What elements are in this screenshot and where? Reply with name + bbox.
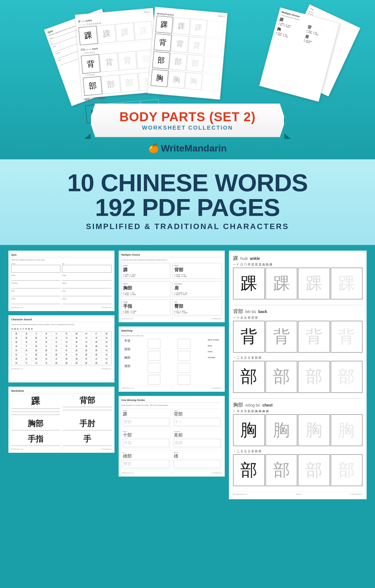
char-cell-xiong-3: 胸 — [298, 414, 330, 446]
char-search-sub: Search for the Chinese characters in the… — [11, 324, 112, 325]
char-search-title: Character Search — [11, 318, 112, 322]
char-ankle-label: 踝 huái ankle — [233, 255, 362, 262]
right-column-chars: 踝 huái ankle 一亻口勹早昆昆昆跑跑踝 踝 踝 踝 踝 背部 — [229, 251, 367, 500]
worksheet-card-center: Sheet 2 Writing Practice 踝 踝 踝 背 背 背 部 部 — [147, 7, 228, 99]
char-ankle-pinyin: huái — [240, 256, 248, 261]
char-bei-strokes: 一卜北北背背背 — [233, 316, 362, 320]
stats-line3: SIMPLIFIED & TRADITIONAL CHARACTERS — [17, 222, 358, 231]
missing-stroke-title: One Missing Stroke — [121, 399, 222, 403]
char-ankle-english: ankle — [250, 256, 260, 261]
char-cell-bu2-3: 部 — [298, 454, 330, 486]
char-chest-label: 胸部 xiōng bù chest — [233, 402, 362, 408]
char-cell-bu2-4: 部 — [331, 454, 362, 486]
worksheet-fan: Quiz Write the simplified characters for… — [0, 8, 375, 104]
char-back-english: back — [258, 309, 267, 314]
char-cell-xiong-1: 胸 — [233, 414, 265, 446]
char-back-pinyin: bèi bù — [245, 309, 256, 314]
quiz-ws-subtitle: Write the simplified characters for each… — [11, 259, 112, 261]
char-search-worksheet: Character Search Search for the Chinese … — [8, 315, 114, 382]
char-cell-bu-4: 部 — [331, 361, 362, 393]
matching-worksheet: Matching Draw a line to the correct one.… — [119, 326, 225, 392]
mc-ws-title: Multiple Choice — [121, 253, 222, 257]
missing-stroke-worksheet: One Missing Stroke Each character is mis… — [119, 396, 225, 477]
mc-ws-footer: WriteMandarin.com 4 © WriteMandarin — [121, 316, 222, 319]
brand-icon: 🍊 — [148, 143, 159, 153]
right-col-footer: WriteMandarin.com Sheet 1 © WriteMandari… — [233, 492, 362, 495]
char-chest-english: chest — [262, 403, 273, 407]
matching-ws-footer: WriteMandarin.com 5 © WriteMandarin — [121, 386, 222, 389]
char-section-ankle: 踝 huái ankle 一亻口勹早昆昆昆跑跑踝 踝 踝 踝 踝 — [233, 255, 362, 299]
stats-section: 10 CHINESE WORDS 192 PDF PAGES SIMPLIFIE… — [0, 159, 375, 245]
char-cell-bei-3: 背 — [298, 321, 330, 353]
char-chest-chinese: 胸部 — [233, 402, 243, 408]
mc-ws-sub: Circle the word which matches the charac… — [121, 259, 222, 261]
sentence-ws-title: Worksheet — [11, 389, 112, 393]
brand-logo: 🍊 WriteMandarin — [148, 143, 227, 154]
char-bu-strokes: 丶二立立立音部部 — [233, 356, 362, 360]
sentence-ws-footer: WriteMandarin.com 3 © WriteMandarin — [11, 447, 112, 450]
mc-worksheet: Multiple Choice Circle the word which ma… — [119, 251, 225, 322]
matching-ws-title: Matching — [121, 329, 222, 333]
worksheets-layout: Quiz Write the simplified characters for… — [8, 251, 367, 500]
char-bei-grid: 背 背 背 背 — [233, 321, 362, 353]
char-cell-bu2-2: 部 — [266, 454, 297, 486]
char-cell-ankle-2: 踝 — [266, 268, 297, 299]
stats-line1: 10 CHINESE WORDS — [17, 171, 358, 195]
missing-stroke-sub: Each character is missing one stroke. Fi… — [121, 404, 222, 406]
center-column: Multiple Choice Circle the word which ma… — [119, 251, 225, 500]
banner-wrapper: BODY PARTS (SET 2) WORKSHEET COLLECTION — [0, 104, 375, 137]
char-ankle-chinese: 踝 — [233, 255, 238, 262]
char-ankle-strokes: 一亻口勹早昆昆昆跑跑踝 — [233, 263, 362, 267]
char-cell-bei-1: 背 — [233, 321, 265, 353]
stats-line2: 192 PDF PAGES — [17, 195, 358, 220]
char-cell-bu-3: 部 — [298, 361, 330, 393]
char-chest-pinyin: xiōng bù — [245, 403, 260, 407]
brand-name: WriteMandarin — [161, 143, 227, 154]
char-cell-bei-2: 背 — [266, 321, 297, 353]
divider-2 — [233, 398, 362, 399]
char-bu-grid: 部 部 部 部 — [233, 361, 362, 393]
worksheets-grid-section: Quiz Write the simplified characters for… — [0, 245, 375, 505]
quiz-ws-title: Quiz — [11, 253, 112, 257]
char-xiong-grid: 胸 胸 胸 胸 — [233, 414, 362, 446]
char-xiong-strokes: 丿月月月肌肌胸胸胸胸 — [233, 409, 362, 413]
char-bu2-grid: 部 部 部 部 — [233, 454, 362, 486]
char-cell-bu2-1: 部 — [233, 454, 265, 486]
char-section-back: 背部 bèi bù back 一卜北北背背背 背 背 背 背 丶二立立立音部部 — [233, 308, 362, 393]
matching-ws-sub: Draw a line to the correct one. — [121, 335, 222, 337]
char-cell-xiong-4: 胸 — [331, 414, 362, 446]
char-cell-bu-2: 部 — [266, 361, 297, 393]
quiz-worksheet: Quiz Write the simplified characters for… — [8, 251, 114, 311]
char-cell-ankle-3: 踝 — [298, 268, 330, 299]
char-cell-bu-1: 部 — [233, 361, 265, 393]
brand-section: 🍊 WriteMandarin — [0, 137, 375, 159]
char-cell-xiong-2: 胸 — [266, 414, 297, 446]
banner-subtitle: WORKSHEET COLLECTION — [112, 125, 263, 131]
missing-stroke-footer: WriteMandarin.com 6 © WriteMandarin — [121, 471, 222, 474]
char-cell-bei-4: 背 — [331, 321, 362, 353]
char-search-footer: WriteMandarin.com 2 © WriteMandarin — [11, 367, 112, 370]
char-section-chest: 胸部 xiōng bù chest 丿月月月肌肌胸胸胸胸 胸 胸 胸 胸 丶二立… — [233, 402, 362, 486]
char-cell-ankle-4: 踝 — [331, 268, 362, 299]
sentence-worksheet: Worksheet 踝 背部 胸部 — [8, 387, 114, 453]
left-column: Quiz Write the simplified characters for… — [8, 251, 114, 500]
char-ankle-grid: 踝 踝 踝 踝 — [233, 268, 362, 299]
char-bu2-strokes: 丶二立立立音部部 — [233, 449, 362, 453]
top-section: Quiz Write the simplified characters for… — [0, 0, 375, 159]
title-banner: BODY PARTS (SET 2) WORKSHEET COLLECTION — [90, 104, 285, 137]
divider-1 — [233, 305, 362, 305]
banner-title: BODY PARTS (SET 2) — [112, 110, 263, 124]
char-back-chinese: 背部 — [233, 308, 243, 315]
char-cell-ankle-1: 踝 — [233, 268, 265, 299]
char-back-label: 背部 bèi bù back — [233, 308, 362, 315]
worksheet-card-writing: Sheet 1 踝 huái ankle 一 亻 口 勹 早 昆 昆 昆 跑 跑… — [75, 8, 160, 98]
quiz-ws-footer: WriteMandarin.com 1 © WriteMandarin — [11, 305, 112, 308]
